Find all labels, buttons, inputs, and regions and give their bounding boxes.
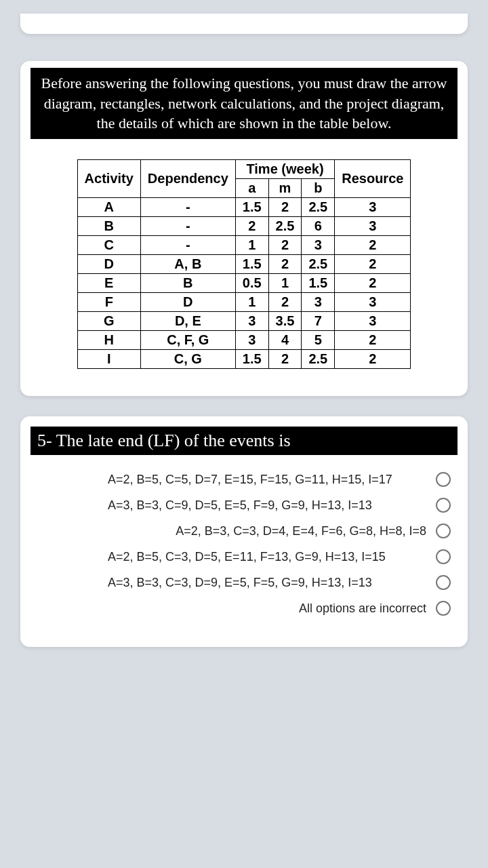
table-row: IC, G1.522.52 — [77, 350, 411, 369]
col-dependency: Dependency — [140, 160, 235, 198]
cell-resource: 3 — [335, 198, 411, 217]
table-row: A-1.522.53 — [77, 198, 411, 217]
cell-a: 1.5 — [235, 350, 268, 369]
cell-m: 3.5 — [268, 312, 302, 331]
table-row: FD1233 — [77, 293, 411, 312]
cell-b: 3 — [302, 236, 335, 255]
cell-dependency: C, G — [140, 350, 235, 369]
col-activity: Activity — [77, 160, 140, 198]
cell-activity: F — [77, 293, 140, 312]
cell-resource: 3 — [335, 217, 411, 236]
activity-table: Activity Dependency Time (week) Resource… — [77, 159, 411, 369]
option-text: A=3, B=3, C=3, D=9, E=5, F=5, G=9, H=13,… — [108, 576, 426, 590]
cell-b: 1.5 — [302, 274, 335, 293]
table-row: EB0.511.52 — [77, 274, 411, 293]
radio-icon[interactable] — [436, 472, 451, 487]
cell-a: 1.5 — [235, 255, 268, 274]
option-text: All options are incorrect — [37, 601, 426, 616]
cell-activity: E — [77, 274, 140, 293]
cell-m: 2 — [268, 236, 302, 255]
answer-option[interactable]: A=2, B=5, C=5, D=7, E=15, F=15, G=11, H=… — [37, 472, 451, 487]
cell-a: 2 — [235, 217, 268, 236]
cell-activity: C — [77, 236, 140, 255]
cell-resource: 2 — [335, 274, 411, 293]
col-a: a — [235, 179, 268, 198]
cell-resource: 3 — [335, 293, 411, 312]
cell-dependency: D — [140, 293, 235, 312]
cell-m: 4 — [268, 331, 302, 350]
radio-icon[interactable] — [436, 524, 451, 538]
cell-dependency: A, B — [140, 255, 235, 274]
table-row: B-22.563 — [77, 217, 411, 236]
cell-b: 2.5 — [302, 255, 335, 274]
cell-a: 3 — [235, 331, 268, 350]
previous-card-bottom — [20, 14, 468, 34]
cell-m: 2 — [268, 293, 302, 312]
cell-b: 2.5 — [302, 198, 335, 217]
cell-dependency: D, E — [140, 312, 235, 331]
answer-option[interactable]: All options are incorrect — [37, 601, 451, 616]
cell-dependency: B — [140, 274, 235, 293]
cell-m: 1 — [268, 274, 302, 293]
col-resource: Resource — [335, 160, 411, 198]
radio-icon[interactable] — [436, 575, 451, 590]
cell-activity: A — [77, 198, 140, 217]
cell-b: 7 — [302, 312, 335, 331]
radio-icon[interactable] — [436, 601, 451, 616]
cell-activity: B — [77, 217, 140, 236]
option-text: A=2, B=5, C=5, D=7, E=15, F=15, G=11, H=… — [108, 473, 426, 487]
table-row: GD, E33.573 — [77, 312, 411, 331]
col-b: b — [302, 179, 335, 198]
table-row: C-1232 — [77, 236, 411, 255]
question-title: 5- The late end (LF) of the events is — [30, 427, 458, 455]
cell-resource: 2 — [335, 331, 411, 350]
cell-activity: D — [77, 255, 140, 274]
cell-resource: 2 — [335, 236, 411, 255]
cell-b: 2.5 — [302, 350, 335, 369]
cell-resource: 2 — [335, 255, 411, 274]
col-time: Time (week) — [235, 160, 334, 179]
answer-option[interactable]: A=2, B=5, C=3, D=5, E=11, F=13, G=9, H=1… — [37, 549, 451, 564]
info-card: Before answering the following questions… — [20, 61, 468, 396]
cell-dependency: - — [140, 217, 235, 236]
cell-m: 2 — [268, 255, 302, 274]
cell-resource: 2 — [335, 350, 411, 369]
radio-icon[interactable] — [436, 549, 451, 564]
cell-activity: I — [77, 350, 140, 369]
cell-b: 6 — [302, 217, 335, 236]
cell-activity: G — [77, 312, 140, 331]
cell-b: 5 — [302, 331, 335, 350]
answer-option[interactable]: A=2, B=3, C=3, D=4, E=4, F=6, G=8, H=8, … — [37, 524, 451, 538]
table-row: DA, B1.522.52 — [77, 255, 411, 274]
cell-dependency: - — [140, 198, 235, 217]
cell-a: 1 — [235, 293, 268, 312]
option-text: A=2, B=5, C=3, D=5, E=11, F=13, G=9, H=1… — [108, 550, 426, 564]
cell-activity: H — [77, 331, 140, 350]
cell-dependency: C, F, G — [140, 331, 235, 350]
table-row: HC, F, G3452 — [77, 331, 411, 350]
cell-a: 0.5 — [235, 274, 268, 293]
radio-icon[interactable] — [436, 498, 451, 513]
cell-a: 1.5 — [235, 198, 268, 217]
cell-b: 3 — [302, 293, 335, 312]
cell-resource: 3 — [335, 312, 411, 331]
cell-a: 3 — [235, 312, 268, 331]
cell-a: 1 — [235, 236, 268, 255]
cell-dependency: - — [140, 236, 235, 255]
answer-option[interactable]: A=3, B=3, C=3, D=9, E=5, F=5, G=9, H=13,… — [37, 575, 451, 590]
option-text: A=2, B=3, C=3, D=4, E=4, F=6, G=8, H=8, … — [37, 524, 426, 538]
col-m: m — [268, 179, 302, 198]
option-text: A=3, B=3, C=9, D=5, E=5, F=9, G=9, H=13,… — [108, 498, 426, 513]
cell-m: 2.5 — [268, 217, 302, 236]
cell-m: 2 — [268, 350, 302, 369]
instructions-text: Before answering the following questions… — [30, 68, 458, 139]
question-card: 5- The late end (LF) of the events is A=… — [20, 416, 468, 647]
answer-option[interactable]: A=3, B=3, C=9, D=5, E=5, F=9, G=9, H=13,… — [37, 498, 451, 513]
cell-m: 2 — [268, 198, 302, 217]
